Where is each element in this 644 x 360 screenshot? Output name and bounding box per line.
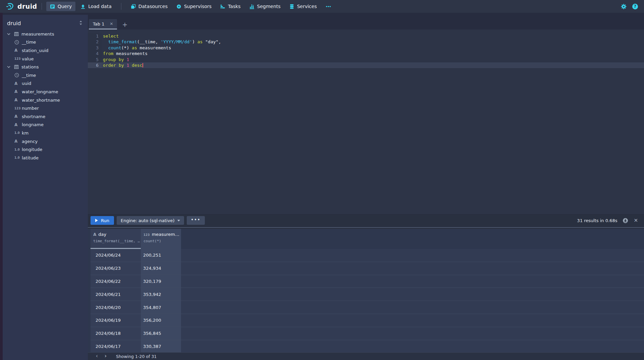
clock-icon <box>14 73 22 78</box>
tree-column-water_longname[interactable]: Awater_longname <box>3 88 88 96</box>
tree-table-measurements[interactable]: measurements <box>3 30 88 38</box>
query-view: Tab 1 ✕ + 1select2 time_format(__time, '… <box>88 13 644 360</box>
cell-day[interactable]: 2024/06/22 <box>91 275 141 288</box>
chevron-down-icon[interactable] <box>7 33 14 35</box>
tree-column-number[interactable]: 123number <box>3 104 88 112</box>
nav-item-datasources[interactable]: Datasources <box>127 2 171 11</box>
cell-measurements[interactable]: 353,942 <box>141 288 181 301</box>
cell-day[interactable]: 2024/06/17 <box>91 340 141 352</box>
tree-column-__time[interactable]: __time <box>3 71 88 80</box>
string-type-icon: A <box>14 139 22 144</box>
clock-icon <box>14 40 22 45</box>
tree-table-stations[interactable]: stations <box>3 63 88 71</box>
tree-column-shortname[interactable]: Ashortname <box>3 112 88 121</box>
run-button[interactable]: Run <box>91 216 114 225</box>
cell-day[interactable]: 2024/06/18 <box>91 327 141 340</box>
string-type-icon: A <box>14 114 22 119</box>
results-header-row: Adaytime_format(__time, …123measurem…cou… <box>91 229 644 249</box>
column-header-1[interactable]: Adaytime_format(__time, … <box>91 229 141 249</box>
tree-column-value[interactable]: 123value <box>3 55 88 63</box>
tab-1[interactable]: Tab 1 ✕ <box>89 19 117 30</box>
table-row: 2024/06/20354,807 <box>91 301 644 314</box>
string-type-icon: A <box>14 81 22 86</box>
tree-column-uuid[interactable]: Auuid <box>3 80 88 88</box>
cell-measurements[interactable]: 320,179 <box>141 275 181 288</box>
druid-logo[interactable]: druid <box>0 2 37 11</box>
line-number: 6 <box>88 62 102 68</box>
column-name: station_uuid <box>22 48 49 53</box>
top-nav: druid QueryLoad dataDatasourcesSuperviso… <box>0 0 644 13</box>
nav-item-tasks[interactable]: Tasks <box>217 2 244 11</box>
nav-item-segments[interactable]: Segments <box>246 2 284 11</box>
engine-select[interactable]: Engine: auto (sql-native) <box>117 216 184 225</box>
table-name: stations <box>21 64 39 69</box>
pagination-label: Showing 1-20 of 31 <box>116 354 157 359</box>
nav-item-label: Segments <box>257 4 281 9</box>
column-name: shortname <box>22 114 45 119</box>
tree-column-latitude[interactable]: 1.0latitude <box>3 154 88 162</box>
tasks-icon <box>220 4 225 9</box>
tree-column-water_shortname[interactable]: Awater_shortname <box>3 96 88 104</box>
tree-column-longname[interactable]: Alongname <box>3 121 88 129</box>
nav-item-label: Datasources <box>138 4 168 9</box>
nav-right: ? <box>621 4 644 9</box>
table-row: 2024/06/17330,387 <box>91 340 644 352</box>
schema-title: druid <box>7 20 21 27</box>
cell-measurements[interactable]: 356,200 <box>141 314 181 327</box>
nav-item-label: Tasks <box>228 4 241 9</box>
tab-close-icon[interactable]: ✕ <box>110 21 113 26</box>
logo-wordmark: druid <box>17 3 37 10</box>
column-name: __time <box>22 40 36 45</box>
prev-page-button[interactable]: ‹ <box>93 353 101 359</box>
nav-item-label: Supervisors <box>184 4 212 9</box>
cell-day[interactable]: 2024/06/19 <box>91 314 141 327</box>
code-line-1: 1select <box>88 33 644 39</box>
close-results-icon[interactable]: ✕ <box>634 217 638 223</box>
cell-day[interactable]: 2024/06/21 <box>91 288 141 301</box>
tree-column-km[interactable]: 1.0km <box>3 129 88 137</box>
column-name: water_longname <box>22 89 58 94</box>
schema-selector[interactable]: druid <box>3 15 88 30</box>
download-icon[interactable] <box>623 218 628 223</box>
cell-measurements[interactable]: 200,251 <box>141 249 181 262</box>
tree-column-longitude[interactable]: 1.0longitude <box>3 145 88 154</box>
nav-divider <box>121 3 121 10</box>
tab-add-icon[interactable]: + <box>122 21 127 28</box>
sql-editor[interactable]: 1select2 time_format(__time, 'YYYY/MM/dd… <box>88 30 644 215</box>
nav-item-more[interactable] <box>322 2 335 11</box>
druid-logo-icon <box>5 2 14 11</box>
tree-column-__time[interactable]: __time <box>3 38 88 47</box>
cell-measurements[interactable]: 324,934 <box>141 262 181 275</box>
segments-icon <box>249 4 254 9</box>
nav-item-load-data[interactable]: Load data <box>77 2 115 11</box>
pane-splitter[interactable] <box>88 226 644 229</box>
query-more-button[interactable]: ••• <box>187 216 204 225</box>
next-page-button[interactable]: › <box>101 353 110 359</box>
column-name: uuid <box>22 81 31 86</box>
cell-day[interactable]: 2024/06/24 <box>91 249 141 262</box>
nav-item-query[interactable]: Query <box>46 2 76 11</box>
chevron-down-icon[interactable] <box>7 66 14 68</box>
schema-tree: measurements__timeAstation_uuid123values… <box>3 30 88 162</box>
cell-measurements[interactable]: 330,387 <box>141 340 181 352</box>
tree-column-agency[interactable]: Aagency <box>3 137 88 146</box>
string-type-icon: A <box>14 122 22 127</box>
string-type-icon: A <box>14 48 22 53</box>
code-line-5: 5group by 1 <box>88 57 644 62</box>
cell-day[interactable]: 2024/06/23 <box>91 262 141 275</box>
nav-item-supervisors[interactable]: Supervisors <box>173 2 215 11</box>
cell-day[interactable]: 2024/06/20 <box>91 301 141 314</box>
table-row: 2024/06/23324,934 <box>91 262 644 275</box>
string-type-icon: A <box>93 232 96 237</box>
tree-column-station_uuid[interactable]: Astation_uuid <box>3 46 88 55</box>
column-name: km <box>22 131 28 136</box>
nav-item-services[interactable]: Services <box>286 2 320 11</box>
column-header-2[interactable]: 123measurem…count(*) <box>141 229 181 249</box>
cell-measurements[interactable]: 354,807 <box>141 301 181 314</box>
float-type-icon: 1.0 <box>14 156 22 159</box>
help-icon[interactable]: ? <box>632 4 638 9</box>
gear-icon[interactable] <box>621 4 627 9</box>
number-type-icon: 123 <box>14 57 22 60</box>
line-number: 3 <box>88 45 102 51</box>
cell-measurements[interactable]: 356,845 <box>141 327 181 340</box>
